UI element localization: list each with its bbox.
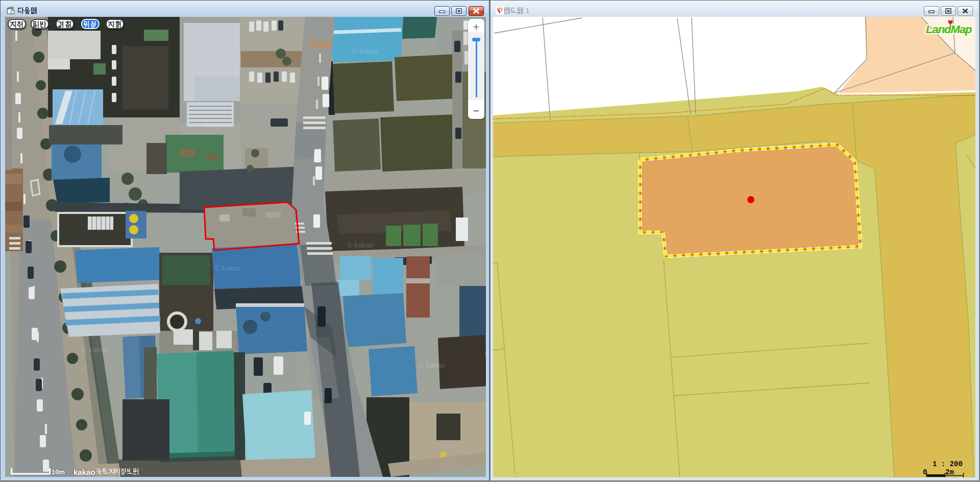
- svg-text:© kakao: © kakao: [82, 346, 108, 354]
- svg-text:1: 1: [526, 7, 529, 14]
- svg-text:© kakao: © kakao: [419, 361, 445, 369]
- svg-text:© kakao: © kakao: [204, 121, 231, 129]
- svg-text:© kakao: © kakao: [214, 264, 241, 272]
- svg-text:1 : 200: 1 : 200: [933, 460, 963, 468]
- svg-text:2m: 2m: [945, 468, 954, 476]
- svg-text:© kakao: © kakao: [347, 241, 374, 249]
- svg-text:© kakao: © kakao: [352, 47, 379, 55]
- svg-text:LandMap: LandMap: [926, 23, 972, 36]
